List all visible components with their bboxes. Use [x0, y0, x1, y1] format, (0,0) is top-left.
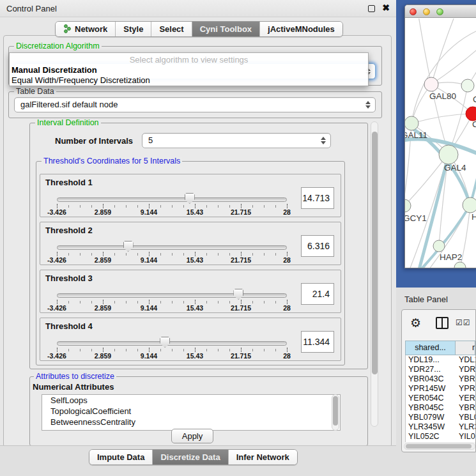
table-row[interactable]: YDR27...YDR2 — [406, 365, 475, 374]
numerical-attributes-list[interactable]: SelfLoops TopologicalCoefficient Between… — [42, 394, 341, 431]
cell: YPR1 — [457, 384, 475, 394]
threshold-4-row: Threshold 4 -3.426 2.859 9.144 15.43 21.… — [40, 318, 341, 361]
threshold-1-slider-thumb[interactable] — [185, 193, 195, 204]
tick-label: -3.426 — [47, 304, 66, 312]
tab-impute-data[interactable]: Impute Data — [89, 450, 152, 464]
gear-icon[interactable]: ⚙ — [410, 316, 421, 330]
scrollbar-thumb[interactable] — [406, 444, 472, 449]
label-ga: GA — [473, 95, 476, 104]
slider-minor-ticks — [57, 349, 288, 351]
tab-network[interactable]: Network — [56, 22, 115, 36]
slider-minor-ticks — [57, 301, 288, 303]
top-tab-bar: Network Style Select Cyni Toolbox jActiv… — [55, 21, 343, 37]
threshold-3-slider-track[interactable] — [57, 293, 287, 298]
threshold-2-value-field[interactable]: 6.316 — [301, 235, 334, 257]
node-gal11[interactable] — [405, 116, 418, 130]
tick-label: 15.43 — [187, 352, 203, 360]
number-of-intervals-select[interactable]: 5 — [142, 133, 331, 148]
table-data-select[interactable]: galFiltered.sif default node — [14, 97, 376, 112]
tick-label: 2.859 — [95, 352, 111, 360]
threshold-4-slider-track[interactable] — [57, 341, 287, 346]
dropdown-option-manual[interactable]: Manual Discretization — [12, 65, 97, 75]
network-canvas[interactable]: GAL80 GA C GAL11 GAL4 GCY1 H HAP2 — [405, 19, 476, 268]
float-window-icon[interactable] — [368, 5, 375, 12]
slider-minor-ticks — [57, 205, 288, 208]
threshold-1-slider-track[interactable] — [57, 197, 287, 202]
list-item-selfloops[interactable]: SelfLoops — [42, 395, 340, 406]
split-columns-icon[interactable] — [436, 317, 449, 329]
apply-button[interactable]: Apply — [171, 429, 213, 443]
slider-tick-labels: -3.426 2.859 9.144 15.43 21.715 28 — [57, 256, 287, 264]
cell: YDR27... — [406, 365, 457, 374]
minimize-traffic-icon[interactable] — [423, 8, 430, 15]
table-row[interactable]: YLR345WYLR3 — [406, 422, 475, 432]
node-ga[interactable] — [461, 79, 474, 92]
network-view-window[interactable]: GAL80 GA C GAL11 GAL4 GCY1 H HAP2 — [404, 4, 476, 268]
table-body[interactable]: YDL19...YDL1 YDR27...YDR2 YBR043CYBR0 YP… — [405, 355, 475, 442]
scrollbar-thumb[interactable] — [372, 132, 378, 374]
tick-label: 28 — [283, 304, 291, 312]
tab-discretize-data[interactable]: Discretize Data — [152, 450, 227, 464]
table-horizontal-scrollbar[interactable] — [404, 443, 475, 450]
attributes-list-scrollbar[interactable] — [332, 394, 339, 431]
table-row[interactable]: YBR043CYBR0 — [406, 374, 475, 384]
table-row[interactable]: YBR045CYBR0 — [406, 403, 475, 413]
stepper-arrows-icon — [320, 136, 326, 145]
slider-tick-labels: -3.426 2.859 9.144 15.43 21.715 28 — [57, 208, 287, 216]
tick-label: 2.859 — [95, 304, 111, 312]
close-icon[interactable]: ✖ — [382, 3, 390, 13]
threshold-4-slider-thumb[interactable] — [160, 337, 170, 348]
threshold-2-slider-thumb[interactable] — [123, 241, 134, 252]
tab-impute-data-label: Impute Data — [97, 452, 144, 462]
threshold-2-row: Threshold 2 -3.426 2.859 9.144 15.43 21.… — [40, 222, 341, 265]
label-hap2: HAP2 — [440, 252, 462, 262]
cell: YLR345W — [406, 422, 457, 432]
node-hap2[interactable] — [433, 240, 445, 252]
node-gal4[interactable] — [439, 145, 458, 164]
node-gcy1[interactable] — [405, 199, 411, 212]
cell: YDR2 — [457, 365, 475, 374]
node-bottom[interactable] — [454, 262, 466, 268]
tab-cyni-toolbox[interactable]: Cyni Toolbox — [192, 22, 259, 36]
tick-label: 21.715 — [231, 352, 251, 360]
list-item-topologicalcoefficient[interactable]: TopologicalCoefficient — [42, 406, 340, 417]
threshold-3-row: Threshold 3 -3.426 2.859 9.144 15.43 21.… — [40, 270, 341, 313]
tab-infer-network-label: Infer Network — [236, 452, 289, 462]
cell: YBL0 — [457, 413, 475, 422]
table-row[interactable]: YIL052CYIL0 — [406, 432, 475, 441]
column-header-shared-name[interactable]: shared... — [406, 341, 456, 355]
close-traffic-icon[interactable] — [410, 8, 417, 15]
threshold-1-value-field[interactable]: 14.713 — [301, 187, 334, 209]
node-h[interactable] — [463, 197, 476, 213]
threshold-3-value-field[interactable]: 21.4 — [301, 283, 334, 305]
threshold-4-value-field[interactable]: 11.344 — [301, 331, 334, 353]
table-row[interactable]: YPR145WYPR1 — [406, 384, 475, 394]
tick-label: -3.426 — [47, 352, 66, 360]
checkbox-icons[interactable]: ☑☑ — [456, 318, 471, 327]
tab-infer-network[interactable]: Infer Network — [228, 450, 297, 464]
cell: YBR0 — [457, 403, 475, 413]
node-gal80[interactable] — [424, 77, 438, 91]
dropdown-option-equal-width[interactable]: Equal Width/Frequency Discretization — [12, 75, 150, 85]
zoom-traffic-icon[interactable] — [436, 8, 443, 15]
network-window-titlebar[interactable] — [405, 5, 476, 18]
label-gal11: GAL11 — [405, 130, 427, 140]
threshold-2-slider-track[interactable] — [57, 245, 287, 250]
interval-definition-label: Interval Definition — [35, 118, 101, 127]
list-item-betweennesscentrality[interactable]: BetweennessCentrality — [42, 417, 340, 427]
cell: YER0 — [457, 394, 475, 403]
table-row[interactable]: YER054CYER0 — [406, 394, 475, 403]
threshold-4-label: Threshold 4 — [45, 321, 93, 331]
table-row[interactable]: YBL079WYBL0 — [406, 413, 475, 422]
threshold-3-slider-thumb[interactable] — [233, 289, 243, 300]
tab-jactivemnodules[interactable]: jActiveMNodules — [259, 22, 342, 36]
settings-scrollbar[interactable] — [371, 121, 378, 427]
slider-tick-labels: -3.426 2.859 9.144 15.43 21.715 28 — [57, 304, 287, 312]
scrollbar-thumb[interactable] — [333, 396, 338, 426]
tab-select[interactable]: Select — [151, 22, 191, 36]
tab-style[interactable]: Style — [115, 22, 151, 36]
column-header-name[interactable]: n... — [456, 341, 475, 355]
cell: YER054C — [406, 394, 457, 403]
table-row[interactable]: YDL19...YDL1 — [406, 355, 475, 365]
table-toolbar: ⚙ ☑☑ — [402, 310, 475, 338]
